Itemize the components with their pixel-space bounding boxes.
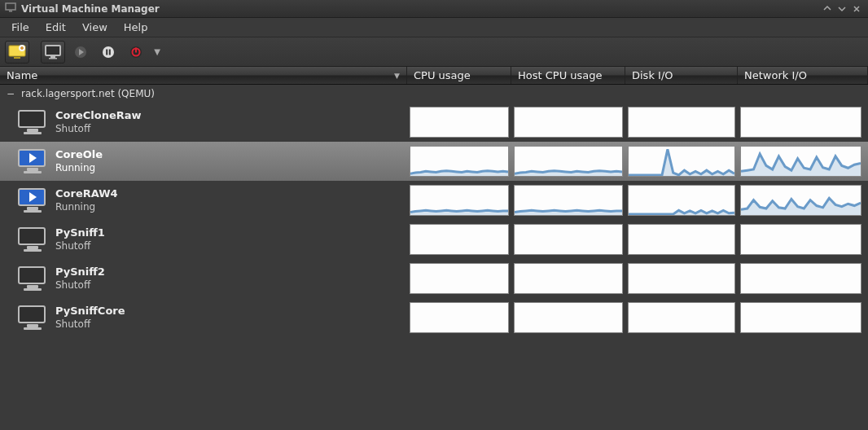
vm-label-block: PySniff2 Shutoff bbox=[55, 265, 105, 291]
column-header-host-cpu[interactable]: Host CPU usage bbox=[511, 67, 625, 84]
sparkline-net bbox=[740, 224, 861, 255]
vm-monitor-icon bbox=[18, 227, 47, 252]
graph-cell-hostcpu bbox=[511, 181, 625, 220]
svg-point-9 bbox=[103, 46, 114, 58]
sparkline-hostcpu bbox=[514, 185, 623, 216]
graph-cell-cpu bbox=[407, 298, 511, 337]
vm-name-cell: PySniffCore Shutoff bbox=[0, 298, 407, 337]
vm-name: PySniff2 bbox=[55, 265, 105, 279]
graph-cell-disk bbox=[625, 259, 738, 298]
vm-row[interactable]: PySniff2 Shutoff bbox=[0, 259, 868, 298]
svg-rect-7 bbox=[49, 58, 57, 59]
vm-status: Shutoff bbox=[55, 240, 105, 252]
connection-row[interactable]: − rack.lagersport.net (QEMU) bbox=[0, 85, 868, 103]
sparkline-hostcpu bbox=[514, 263, 623, 294]
vm-status: Shutoff bbox=[55, 123, 142, 135]
window-title: Virtual Machine Manager bbox=[21, 3, 160, 15]
vm-row[interactable]: PySniff1 Shutoff bbox=[0, 220, 868, 259]
svg-rect-10 bbox=[106, 49, 107, 55]
graph-cell-hostcpu bbox=[511, 142, 625, 181]
vm-row[interactable]: CoreCloneRaw Shutoff bbox=[0, 103, 868, 142]
sparkline-cpu bbox=[410, 263, 509, 294]
graph-cell-hostcpu bbox=[511, 298, 625, 337]
shutdown-button[interactable] bbox=[124, 41, 148, 64]
graph-cell-net bbox=[738, 298, 868, 337]
menubar: File Edit View Help bbox=[0, 18, 868, 37]
graph-cell-hostcpu bbox=[511, 220, 625, 259]
vm-row[interactable]: CoreOle Running bbox=[0, 142, 868, 181]
menu-help[interactable]: Help bbox=[116, 19, 156, 36]
sparkline-cpu bbox=[410, 224, 509, 255]
column-header-network-io[interactable]: Network I/O bbox=[738, 67, 868, 84]
graph-cell-hostcpu bbox=[511, 103, 625, 142]
sparkline-hostcpu bbox=[514, 302, 623, 333]
vm-label-block: CoreRAW4 Running bbox=[55, 187, 118, 213]
sparkline-cpu bbox=[410, 185, 509, 216]
column-header-name[interactable]: Name ▼ bbox=[0, 67, 407, 84]
svg-rect-0 bbox=[6, 3, 15, 10]
vm-label-block: PySniffCore Shutoff bbox=[55, 305, 125, 330]
svg-rect-11 bbox=[109, 49, 111, 55]
menu-view[interactable]: View bbox=[74, 19, 116, 36]
vm-name: PySniff1 bbox=[55, 226, 105, 239]
graph-cell-cpu bbox=[407, 181, 511, 220]
sparkline-hostcpu bbox=[514, 146, 623, 177]
sparkline-hostcpu bbox=[514, 224, 623, 255]
vm-row[interactable]: CoreRAW4 Running bbox=[0, 181, 868, 220]
graph-cell-disk bbox=[625, 142, 738, 181]
vm-monitor-icon bbox=[18, 149, 47, 173]
vm-name: CoreCloneRaw bbox=[55, 109, 142, 122]
menu-edit[interactable]: Edit bbox=[37, 19, 74, 36]
graph-cell-cpu bbox=[407, 142, 511, 181]
sparkline-disk bbox=[628, 224, 735, 255]
vm-status: Shutoff bbox=[55, 279, 105, 292]
vm-name-cell: CoreOle Running bbox=[0, 142, 407, 181]
column-header-disk-io[interactable]: Disk I/O bbox=[625, 67, 738, 84]
sparkline-disk bbox=[628, 263, 735, 294]
menu-file[interactable]: File bbox=[3, 19, 37, 36]
vm-name-cell: PySniff1 Shutoff bbox=[0, 220, 407, 259]
sparkline-net bbox=[740, 107, 861, 138]
vm-name-cell: PySniff2 Shutoff bbox=[0, 259, 407, 298]
vm-name: CoreRAW4 bbox=[55, 187, 118, 200]
svg-rect-3 bbox=[14, 57, 20, 59]
graph-cell-hostcpu bbox=[511, 259, 625, 298]
graph-cell-net bbox=[738, 181, 868, 220]
maximize-button[interactable] bbox=[835, 2, 848, 15]
sparkline-disk bbox=[628, 107, 735, 138]
column-header-cpu[interactable]: CPU usage bbox=[407, 67, 511, 84]
vm-monitor-icon bbox=[18, 266, 47, 291]
graph-cell-disk bbox=[625, 103, 738, 142]
open-console-button[interactable] bbox=[41, 41, 65, 64]
svg-rect-1 bbox=[9, 11, 12, 12]
shutdown-menu-dropdown[interactable]: ▼ bbox=[151, 41, 163, 64]
graph-cell-cpu bbox=[407, 103, 511, 142]
vm-name-cell: CoreRAW4 Running bbox=[0, 181, 407, 220]
new-vm-button[interactable] bbox=[5, 41, 29, 64]
graph-cell-cpu bbox=[407, 220, 511, 259]
vm-status: Running bbox=[55, 201, 118, 213]
minimize-button[interactable] bbox=[821, 2, 834, 15]
sort-indicator-icon: ▼ bbox=[394, 72, 400, 80]
vm-name-cell: CoreCloneRaw Shutoff bbox=[0, 103, 407, 142]
sparkline-net bbox=[740, 146, 861, 177]
disclosure-triangle-icon[interactable]: − bbox=[5, 88, 16, 99]
vm-label-block: CoreCloneRaw Shutoff bbox=[55, 109, 142, 134]
graph-cell-net bbox=[738, 220, 868, 259]
sparkline-disk bbox=[628, 302, 735, 333]
column-header-row: Name ▼ CPU usage Host CPU usage Disk I/O… bbox=[0, 67, 868, 85]
vm-row[interactable]: PySniffCore Shutoff bbox=[0, 298, 868, 337]
sparkline-net bbox=[740, 185, 861, 216]
graph-cell-cpu bbox=[407, 259, 511, 298]
graph-cell-net bbox=[738, 259, 868, 298]
sparkline-disk bbox=[628, 146, 735, 177]
vm-name: CoreOle bbox=[55, 148, 103, 161]
vm-monitor-icon bbox=[18, 305, 47, 330]
pause-button[interactable] bbox=[96, 41, 121, 64]
vm-name: PySniffCore bbox=[55, 305, 125, 318]
svg-rect-5 bbox=[46, 46, 60, 55]
vm-status: Running bbox=[55, 162, 103, 174]
close-button[interactable] bbox=[850, 2, 863, 15]
sparkline-net bbox=[740, 302, 861, 333]
run-button[interactable] bbox=[68, 41, 93, 64]
